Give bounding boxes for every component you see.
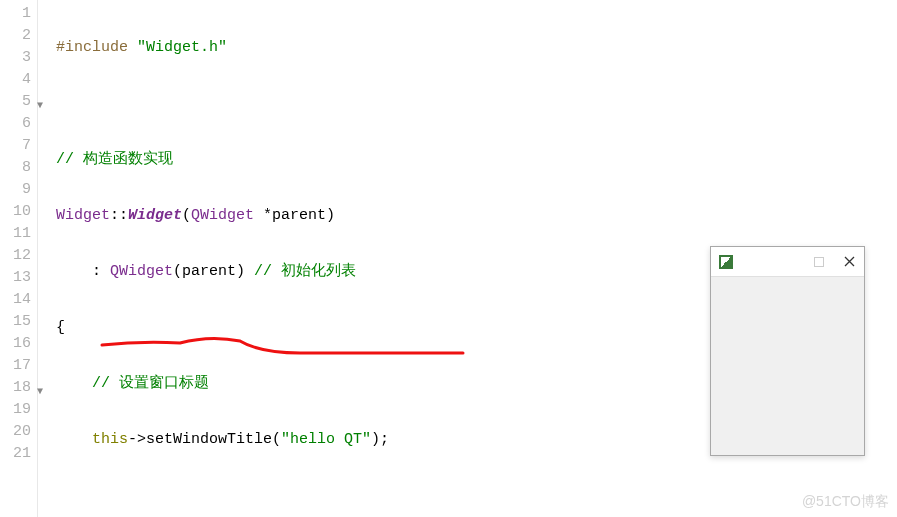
line-number: 13 <box>0 267 31 289</box>
code-line: #include "Widget.h" <box>56 37 897 59</box>
svg-rect-0 <box>815 257 824 266</box>
line-number: 9 <box>0 179 31 201</box>
line-number: 6 <box>0 113 31 135</box>
app-icon <box>719 255 733 269</box>
line-number: 10 <box>0 201 31 223</box>
line-number: 3 <box>0 47 31 69</box>
line-number: 19 <box>0 399 31 421</box>
line-number-gutter: 1 2 3 4 5▼ 6 7 8 9 10 11 12 13 14 15 16 … <box>0 0 38 517</box>
code-line <box>56 93 897 115</box>
fold-toggle-icon[interactable]: ▼ <box>37 95 43 117</box>
line-number: 5▼ <box>0 91 31 113</box>
line-number: 7 <box>0 135 31 157</box>
line-number: 21 <box>0 443 31 465</box>
line-number: 2 <box>0 25 31 47</box>
watermark: @51CTO博客 <box>802 493 889 511</box>
qt-preview-window[interactable] <box>710 246 865 456</box>
line-number: 1 <box>0 3 31 25</box>
close-button[interactable] <box>834 247 864 277</box>
line-number: 15 <box>0 311 31 333</box>
line-number: 20 <box>0 421 31 443</box>
line-number: 4 <box>0 69 31 91</box>
line-number: 12 <box>0 245 31 267</box>
line-number: 11 <box>0 223 31 245</box>
line-number: 14 <box>0 289 31 311</box>
fold-toggle-icon[interactable]: ▼ <box>37 381 43 403</box>
close-icon <box>844 256 855 267</box>
line-number: 17 <box>0 355 31 377</box>
code-line: // 构造函数实现 <box>56 149 897 171</box>
line-number: 16 <box>0 333 31 355</box>
code-line: Widget::Widget(QWidget *parent) <box>56 205 897 227</box>
line-number: 8 <box>0 157 31 179</box>
maximize-button[interactable] <box>804 247 834 277</box>
maximize-icon <box>814 257 824 267</box>
titlebar[interactable] <box>711 247 864 277</box>
code-line <box>56 485 897 507</box>
line-number: 18▼ <box>0 377 31 399</box>
